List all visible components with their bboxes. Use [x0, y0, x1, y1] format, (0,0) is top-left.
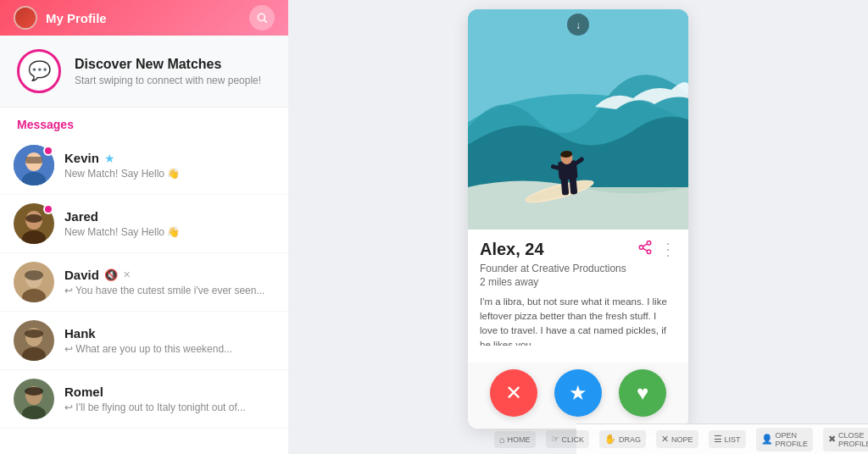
toolbar-drag[interactable]: ✋ DRAG — [599, 430, 646, 448]
messages-section: Messages Kevin ★ New — [0, 108, 288, 454]
drag-icon: ✋ — [604, 434, 616, 445]
toolbar-open-profile-label: OPEN PROFILE — [776, 431, 809, 448]
message-content-kevin: Kevin ★ New Match! Say Hello 👋 — [64, 151, 275, 180]
toolbar-open-profile[interactable]: 👤 OPEN PROFILE — [756, 428, 814, 451]
cancel-icon-david: ✕ — [123, 269, 131, 280]
search-button[interactable] — [249, 5, 275, 30]
profile-name: Alex, 24 — [480, 240, 544, 259]
close-profile-icon: ✖ — [828, 434, 836, 445]
message-item-jared[interactable]: Jared New Match! Say Hello 👋 — [0, 195, 288, 253]
message-item-kevin[interactable]: Kevin ★ New Match! Say Hello 👋 — [0, 136, 288, 195]
my-profile-avatar[interactable] — [14, 6, 37, 30]
svg-point-9 — [25, 214, 42, 223]
message-preview-kevin: New Match! Say Hello 👋 — [64, 168, 275, 180]
toolbar-nope-label: NOPE — [671, 435, 693, 444]
message-preview-jared: New Match! Say Hello 👋 — [64, 226, 275, 238]
profile-photo: ↓ — [468, 9, 688, 230]
avatar-wrapper-romel — [14, 379, 54, 419]
discover-text: Discover New Matches Start swiping to co… — [75, 57, 261, 86]
notification-dot-kevin — [43, 146, 53, 156]
toolbar-list-label: LIST — [725, 435, 741, 444]
toolbar-list[interactable]: ☰ LIST — [709, 430, 746, 448]
message-preview-romel: ↩ I'll be flying out to Italy tonight ou… — [64, 401, 275, 413]
messages-label: Messages — [0, 108, 288, 136]
click-icon: ☞ — [551, 434, 559, 445]
profile-card: ↓ Alex, 24 ⋮ Founder at Creative Product… — [468, 9, 688, 429]
avatar-romel — [14, 379, 54, 419]
svg-point-17 — [25, 329, 43, 338]
action-buttons: ✕ ★ ♥ — [468, 363, 688, 429]
message-item-romel[interactable]: Romel ↩ I'll be flying out to Italy toni… — [0, 370, 288, 429]
avatar-david — [14, 262, 54, 302]
message-name-jared: Jared — [64, 209, 98, 224]
message-item-david[interactable]: David 🔇 ✕ ↩ You have the cutest smile i'… — [0, 253, 288, 312]
superlike-button[interactable]: ★ — [554, 369, 602, 417]
svg-line-40 — [643, 243, 647, 246]
open-profile-icon: 👤 — [761, 434, 773, 445]
svg-line-39 — [643, 248, 647, 251]
toolbar-close-profile[interactable]: ✖ CLOSE PROFILE — [823, 428, 868, 451]
sidebar: My Profile 💬 Discover New Matches Start … — [0, 0, 288, 454]
mute-icon-david: 🔇 — [104, 269, 118, 281]
svg-point-37 — [639, 245, 643, 249]
toolbar-home[interactable]: ⌂ HOME — [494, 431, 536, 448]
message-preview-david: ↩ You have the cutest smile i've ever se… — [64, 285, 275, 296]
like-button[interactable]: ♥ — [619, 369, 666, 417]
svg-line-1 — [264, 20, 267, 23]
home-icon: ⌂ — [499, 435, 505, 445]
avatar-wrapper-jared — [14, 203, 54, 244]
toolbar-close-profile-label: CLOSE PROFILE — [838, 431, 868, 448]
avatar-wrapper-david — [14, 262, 54, 302]
sidebar-header: My Profile — [0, 0, 288, 36]
profile-info: Alex, 24 ⋮ Founder at Creative Productio… — [468, 230, 688, 363]
toolbar-drag-label: DRAG — [619, 435, 641, 444]
svg-rect-5 — [25, 157, 42, 163]
message-name-kevin: Kevin — [64, 151, 99, 165]
profile-job: Founder at Creative Productions — [480, 263, 676, 274]
svg-point-36 — [647, 241, 651, 245]
message-content-hank: Hank ↩ What are you up to this weekend..… — [64, 326, 275, 355]
more-options-icon[interactable]: ⋮ — [659, 241, 676, 257]
notification-dot-jared — [43, 204, 53, 214]
toolbar-nope[interactable]: ✕ NOPE — [656, 430, 698, 448]
avatar-wrapper-kevin — [14, 145, 54, 185]
message-name-david: David — [64, 268, 99, 282]
discover-icon: 💬 — [17, 49, 61, 93]
discover-section[interactable]: 💬 Discover New Matches Start swiping to … — [0, 36, 288, 108]
svg-text:↓: ↓ — [576, 19, 581, 31]
message-name-romel: Romel — [64, 385, 103, 399]
message-content-romel: Romel ↩ I'll be flying out to Italy toni… — [64, 385, 275, 413]
toolbar-home-label: HOME — [508, 435, 531, 444]
avatar-wrapper-hank — [14, 320, 54, 361]
discover-subtitle: Start swiping to connect with new people… — [75, 75, 261, 86]
message-name-hank: Hank — [64, 326, 96, 340]
discover-title: Discover New Matches — [75, 57, 261, 72]
message-content-jared: Jared New Match! Say Hello 👋 — [64, 209, 275, 238]
profile-distance: 2 miles away — [480, 276, 676, 288]
toolbar-click[interactable]: ☞ CLICK — [546, 430, 590, 448]
svg-point-38 — [647, 250, 651, 254]
avatar-hank — [14, 320, 54, 361]
toolbar-click-label: CLICK — [562, 435, 585, 444]
dislike-button[interactable]: ✕ — [490, 369, 537, 417]
main-content: ↓ Alex, 24 ⋮ Founder at Creative Product… — [288, 0, 868, 454]
message-item-hank[interactable]: Hank ↩ What are you up to this weekend..… — [0, 312, 288, 370]
nope-icon: ✕ — [661, 434, 669, 445]
bottom-toolbar: ⌂ HOME ☞ CLICK ✋ DRAG ✕ NOPE ☰ LIST 👤 OP… — [576, 424, 868, 454]
share-icon[interactable] — [637, 240, 653, 259]
svg-point-13 — [25, 270, 43, 280]
header-title: My Profile — [46, 11, 107, 25]
message-content-david: David 🔇 ✕ ↩ You have the cutest smile i'… — [64, 268, 275, 296]
header-left: My Profile — [14, 6, 107, 30]
svg-point-21 — [25, 387, 43, 396]
svg-point-0 — [258, 14, 264, 20]
profile-bio: I'm a libra, but not sure what it means.… — [480, 295, 676, 346]
star-icon-kevin: ★ — [104, 152, 115, 165]
list-icon: ☰ — [714, 434, 722, 445]
message-preview-hank: ↩ What are you up to this weekend... — [64, 343, 275, 355]
